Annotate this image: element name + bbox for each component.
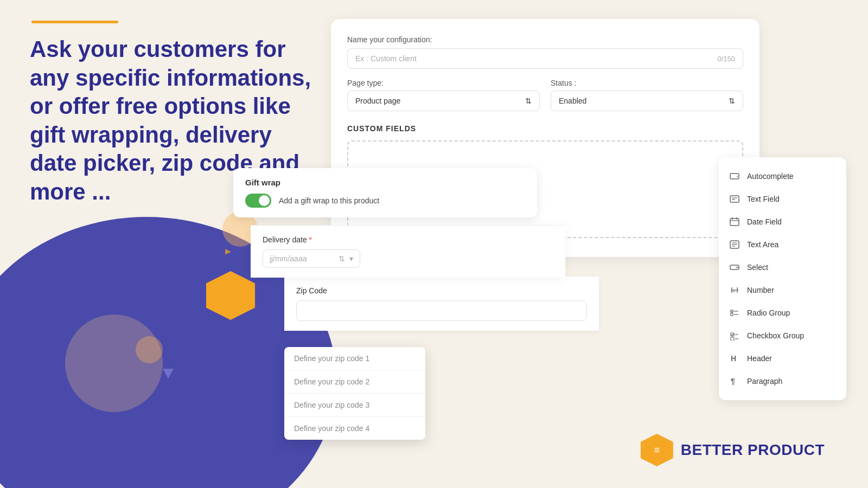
zip-option-3[interactable]: Define your zip code 3 (284, 394, 425, 417)
sidebar-item-number[interactable]: # Number (719, 279, 846, 301)
zip-dropdown: Define your zip code 1 Define your zip c… (284, 347, 425, 440)
sidebar-label-select: Select (747, 263, 768, 272)
sidebar-item-checkbox-group[interactable]: Checkbox Group (719, 324, 846, 347)
sidebar-item-header[interactable]: H Header (719, 347, 846, 370)
autocomplete-icon (729, 170, 741, 182)
zip-option-2[interactable]: Define your zip code 2 (284, 370, 425, 394)
delivery-title: Delivery date * (263, 235, 553, 244)
deco-circle-3 (65, 314, 163, 412)
config-name-placeholder: Ex : Custom client (355, 54, 417, 63)
custom-fields-title: CUSTOM FIELDS (347, 124, 743, 133)
sidebar-item-autocomplete[interactable]: Autocomplete (719, 165, 846, 188)
delivery-date-card: Delivery date * jj/mm/aaaa ⇅ ▾ (251, 225, 565, 278)
gift-wrap-toggle[interactable] (245, 194, 271, 208)
char-count: 0/150 (717, 55, 735, 63)
svg-text:H: H (731, 354, 736, 363)
zip-code-title: Zip Code (296, 286, 587, 295)
radio-group-icon (729, 307, 741, 319)
number-icon: # (729, 284, 741, 296)
brand-hexagon: ≡ (641, 434, 673, 466)
page-type-group: Page type: Product page ⇅ (347, 79, 540, 111)
svg-point-1 (737, 176, 738, 177)
sidebar-label-checkbox-group: Checkbox Group (747, 331, 804, 340)
deco-arrow-left: ◂ (174, 244, 180, 258)
page-type-label: Page type: (347, 79, 540, 87)
sidebar-item-text-area[interactable]: Text Area (719, 233, 846, 256)
svg-text:¶: ¶ (731, 377, 735, 386)
config-panel: Name your configuration: Ex : Custom cli… (331, 19, 760, 257)
svg-text:#: # (733, 289, 735, 293)
sidebar-item-text-field[interactable]: Text Field (719, 188, 846, 210)
date-field-icon (729, 216, 741, 228)
sidebar-item-radio-group[interactable]: Radio Group (719, 301, 846, 324)
calendar-icon: ▾ (349, 254, 353, 263)
date-stepper-icon: ⇅ (339, 254, 345, 263)
svg-rect-5 (730, 219, 739, 226)
sidebar-item-date-field[interactable]: Date Field (719, 210, 846, 233)
branding-section: ≡ BETTER PRODUCT (641, 434, 825, 466)
field-type-sidebar: Autocomplete Text Field Date Field Text … (719, 157, 846, 400)
config-name-input[interactable]: Ex : Custom client 0/150 (347, 48, 743, 69)
gift-wrap-text: Add a gift wrap to this product (279, 196, 379, 205)
zip-code-card: Zip Code (284, 277, 599, 331)
gift-wrap-title: Gift wrap (245, 178, 525, 187)
accent-line (31, 21, 118, 23)
brand-hex-icon: ≡ (654, 445, 660, 455)
sidebar-item-select[interactable]: Select (719, 256, 846, 279)
select-icon (729, 261, 741, 273)
text-field-icon (729, 193, 741, 205)
status-select[interactable]: Enabled ⇅ (551, 91, 743, 111)
sidebar-label-radio-group: Radio Group (747, 309, 790, 317)
status-group: Status : Enabled ⇅ (551, 79, 743, 111)
header-icon: H (729, 352, 741, 364)
deco-triangle (163, 369, 174, 378)
paragraph-icon: ¶ (729, 375, 741, 387)
svg-point-21 (731, 313, 733, 316)
status-value: Enabled (559, 97, 586, 105)
status-chevron-icon: ⇅ (729, 97, 735, 105)
brand-name: BETTER PRODUCT (681, 441, 825, 459)
date-placeholder: jj/mm/aaaa (270, 254, 307, 263)
svg-rect-25 (731, 337, 734, 341)
sidebar-label-header: Header (747, 354, 772, 363)
sidebar-label-paragraph: Paragraph (747, 377, 782, 386)
page-type-value: Product page (355, 97, 400, 105)
sidebar-label-date-field: Date Field (747, 217, 782, 226)
deco-arrow-right: ▸ (225, 244, 231, 258)
required-indicator: * (309, 235, 312, 244)
delivery-date-input[interactable]: jj/mm/aaaa ⇅ ▾ (263, 249, 360, 268)
zip-option-1[interactable]: Define your zip code 1 (284, 347, 425, 370)
sidebar-label-number: Number (747, 286, 774, 294)
zip-option-4[interactable]: Define your zip code 4 (284, 417, 425, 440)
svg-point-19 (731, 311, 732, 312)
gift-wrap-card: Gift wrap Add a gift wrap to this produc… (233, 168, 537, 217)
config-name-label: Name your configuration: (347, 35, 743, 44)
svg-rect-2 (730, 196, 739, 202)
zip-code-input[interactable] (296, 300, 587, 321)
checkbox-group-icon (729, 330, 741, 342)
sidebar-label-text-area: Text Area (747, 240, 778, 249)
text-area-icon (729, 239, 741, 251)
sidebar-label-autocomplete: Autocomplete (747, 172, 794, 181)
sidebar-label-text-field: Text Field (747, 195, 780, 203)
sidebar-item-paragraph[interactable]: ¶ Paragraph (719, 370, 846, 393)
page-type-select[interactable]: Product page ⇅ (347, 91, 540, 111)
status-label: Status : (551, 79, 743, 87)
toggle-knob (259, 195, 270, 206)
page-type-chevron-icon: ⇅ (525, 97, 532, 105)
